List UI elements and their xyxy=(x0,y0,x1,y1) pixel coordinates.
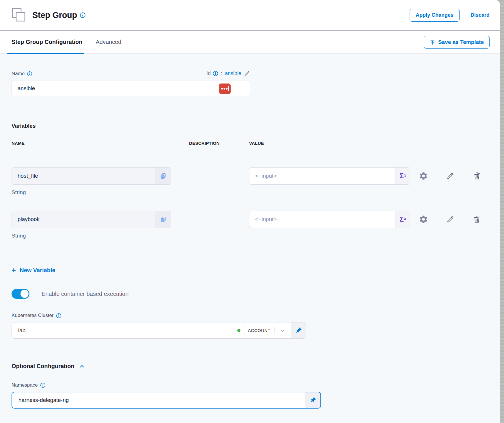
variable-name-field xyxy=(12,167,171,185)
container-execution-label: Enable container based execution xyxy=(42,291,128,297)
kubernetes-cluster-input[interactable] xyxy=(12,327,237,334)
plus-icon: + xyxy=(12,267,16,273)
chevron-down-icon xyxy=(280,328,285,333)
save-as-template-label: Save as Template xyxy=(438,39,484,45)
variable-settings-button[interactable] xyxy=(419,215,428,224)
pencil-icon xyxy=(244,70,250,77)
table-divider xyxy=(12,252,490,252)
tab-bar: Step Group Configuration Advanced Save a… xyxy=(0,31,500,54)
name-label-group: Name xyxy=(12,71,32,77)
copy-icon xyxy=(160,173,167,179)
variable-value-input[interactable] xyxy=(249,168,395,184)
scope-badge: ACCOUNT xyxy=(244,326,275,335)
column-description: DESCRIPTION xyxy=(189,141,249,146)
variable-value-input[interactable] xyxy=(249,211,395,228)
copy-button[interactable] xyxy=(155,211,171,228)
variable-delete-button[interactable] xyxy=(473,172,481,180)
container-execution-row: Enable container based execution xyxy=(12,289,490,299)
table-divider xyxy=(12,152,490,152)
optional-configuration-header[interactable]: Optional Configuration xyxy=(12,363,85,370)
upload-icon xyxy=(430,39,435,45)
id-value: ansible xyxy=(225,70,241,77)
variable-type-label: String xyxy=(12,189,490,196)
lastpass-icon[interactable] xyxy=(219,84,231,94)
pin-icon xyxy=(309,397,316,404)
tab-advanced[interactable]: Advanced xyxy=(96,31,122,53)
new-variable-button[interactable]: + New Variable xyxy=(12,267,55,274)
gear-icon xyxy=(419,171,428,181)
namespace-pin-button[interactable] xyxy=(305,392,320,408)
apply-changes-button[interactable]: Apply Changes xyxy=(410,9,460,22)
expression-button[interactable]: Σx xyxy=(395,168,410,184)
pin-icon xyxy=(295,327,302,334)
container-execution-toggle[interactable] xyxy=(12,289,29,299)
variable-edit-button[interactable] xyxy=(446,215,455,224)
page-title: Step Group xyxy=(32,10,77,20)
name-label: Name xyxy=(12,71,25,77)
panel-header: Step Group Apply Changes Discard xyxy=(0,0,500,31)
pencil-icon xyxy=(446,172,455,180)
variable-type-label: String xyxy=(12,233,490,239)
variable-value-field: Σx xyxy=(249,167,410,185)
edit-id-button[interactable] xyxy=(244,70,250,77)
variables-header-row: NAME DESCRIPTION VALUE xyxy=(12,141,490,146)
kubernetes-cluster-field: ACCOUNT xyxy=(12,322,306,339)
name-input[interactable] xyxy=(12,81,250,96)
scope-indicator-dot xyxy=(237,329,240,332)
trash-icon xyxy=(473,215,481,224)
copy-icon xyxy=(160,216,167,223)
variable-settings-button[interactable] xyxy=(419,171,428,181)
pencil-icon xyxy=(446,215,455,224)
name-field xyxy=(12,81,250,96)
cluster-pin-button[interactable] xyxy=(291,322,306,338)
table-row: Σx xyxy=(12,167,490,185)
namespace-label-group: Namespace xyxy=(12,382,490,388)
variables-title: Variables xyxy=(12,123,490,129)
expression-button[interactable]: Σx xyxy=(395,211,410,228)
cluster-dropdown-button[interactable] xyxy=(280,328,285,333)
namespace-info-icon[interactable] xyxy=(40,383,46,388)
sigma-icon: Σx xyxy=(400,216,406,223)
id-label-group: Id xyxy=(206,70,218,77)
discard-button[interactable]: Discard xyxy=(471,12,490,18)
save-as-template-button[interactable]: Save as Template xyxy=(424,36,490,49)
optional-configuration-title: Optional Configuration xyxy=(12,363,74,370)
namespace-field xyxy=(12,392,321,409)
variable-edit-button[interactable] xyxy=(446,172,455,180)
namespace-input[interactable] xyxy=(12,392,305,408)
gear-icon xyxy=(419,215,428,224)
sigma-icon: Σx xyxy=(400,172,406,179)
id-label: Id xyxy=(206,70,211,77)
chevron-up-icon xyxy=(79,363,85,370)
kubernetes-cluster-info-icon[interactable] xyxy=(56,313,61,318)
column-value: VALUE xyxy=(249,141,264,146)
copy-button[interactable] xyxy=(155,168,171,184)
screen: Step Group Apply Changes Discard Step Gr… xyxy=(0,0,504,423)
id-separator: : xyxy=(221,70,222,77)
toggle-knob xyxy=(20,290,29,298)
configuration-form: Name Id : ansible xyxy=(0,54,500,423)
trash-icon xyxy=(473,172,481,180)
id-group: Id : ansible xyxy=(206,70,250,77)
step-group-icon xyxy=(12,8,27,23)
tab-step-group-configuration[interactable]: Step Group Configuration xyxy=(12,31,83,53)
new-variable-label: New Variable xyxy=(20,267,55,274)
name-info-icon[interactable] xyxy=(27,71,32,77)
namespace-label: Namespace xyxy=(12,382,38,388)
step-group-info-icon[interactable] xyxy=(80,12,86,18)
variable-name-field xyxy=(12,211,171,228)
variable-name-input[interactable] xyxy=(12,211,155,228)
step-group-panel: Step Group Apply Changes Discard Step Gr… xyxy=(0,0,500,423)
variable-name-input[interactable] xyxy=(12,168,155,184)
column-name: NAME xyxy=(12,141,189,146)
variable-value-field: Σx xyxy=(249,211,410,228)
kubernetes-cluster-label: Kubernetes Cluster xyxy=(12,313,54,318)
variable-delete-button[interactable] xyxy=(473,215,481,224)
table-row: Σx xyxy=(12,211,490,228)
kubernetes-cluster-label-group: Kubernetes Cluster xyxy=(12,313,490,318)
id-info-icon[interactable] xyxy=(213,71,218,76)
